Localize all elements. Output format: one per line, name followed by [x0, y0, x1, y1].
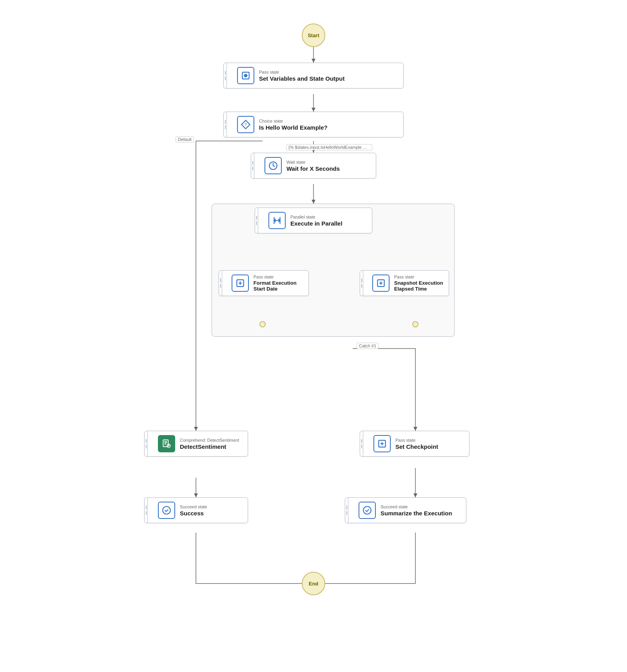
end-node[interactable]: End	[302, 572, 325, 595]
node-divider	[345, 498, 348, 523]
svg-point-31	[363, 506, 371, 514]
default-label: Default	[176, 136, 194, 143]
succeed-state-icon-2	[359, 502, 376, 519]
format-date-node[interactable]: Pass state Format Execution Start Date	[219, 270, 309, 296]
connector-circle-left	[259, 321, 266, 327]
diagram-container: Start Pass state Set Variables and State…	[118, 12, 509, 658]
node-divider	[219, 271, 222, 296]
connector-circle-right	[412, 321, 419, 327]
svg-rect-27	[163, 440, 168, 446]
pass-state-icon-2	[232, 275, 249, 292]
catch-label: Catch #1	[357, 343, 379, 349]
svg-marker-16	[194, 493, 198, 497]
node-divider	[224, 63, 227, 88]
choice-node[interactable]: ? Choice state Is Hello World Example?	[223, 112, 404, 137]
svg-text:?: ?	[245, 122, 247, 127]
svg-marker-1	[312, 59, 315, 63]
svg-point-28	[167, 444, 170, 448]
node-divider	[224, 112, 227, 137]
summarize-node[interactable]: Succeed state Summarize the Execution	[345, 497, 466, 523]
node-divider	[360, 431, 363, 456]
wait-node[interactable]: Wait state Wait for X Seconds	[251, 153, 376, 179]
comprehend-icon	[158, 435, 175, 452]
set-checkpoint-node[interactable]: Pass state Set Checkpoint	[360, 431, 469, 457]
svg-marker-12	[413, 427, 417, 431]
svg-marker-4	[194, 427, 198, 431]
wait-state-icon	[265, 157, 282, 174]
node-divider	[360, 271, 363, 296]
node-divider	[145, 498, 148, 523]
pass-state-icon-4	[373, 435, 391, 452]
svg-marker-18	[413, 493, 417, 497]
choice-state-icon: ?	[237, 116, 254, 133]
condition-label: {% $states.input.IsHelloWorldExample %..…	[286, 144, 372, 150]
start-node[interactable]: Start	[302, 23, 325, 47]
succeed-state-icon	[158, 502, 175, 519]
set-variables-node[interactable]: Pass state Set Variables and State Outpu…	[223, 63, 404, 89]
parallel-node[interactable]: Parallel state Execute in Parallel	[255, 208, 372, 233]
parallel-state-icon	[268, 212, 286, 229]
snapshot-node[interactable]: Pass state Snapshot Execution Elapsed Ti…	[360, 270, 449, 296]
node-divider	[255, 208, 258, 233]
node-divider	[145, 431, 148, 456]
node-divider	[251, 153, 254, 178]
svg-marker-7	[312, 200, 315, 204]
detect-sentiment-node[interactable]: Comprehend: DetectSentiment DetectSentim…	[144, 431, 248, 457]
svg-point-30	[163, 506, 170, 514]
svg-marker-3	[312, 108, 315, 112]
pass-state-icon	[237, 67, 254, 84]
pass-state-icon-3	[372, 275, 390, 292]
success-node[interactable]: Succeed state Success	[144, 497, 248, 523]
